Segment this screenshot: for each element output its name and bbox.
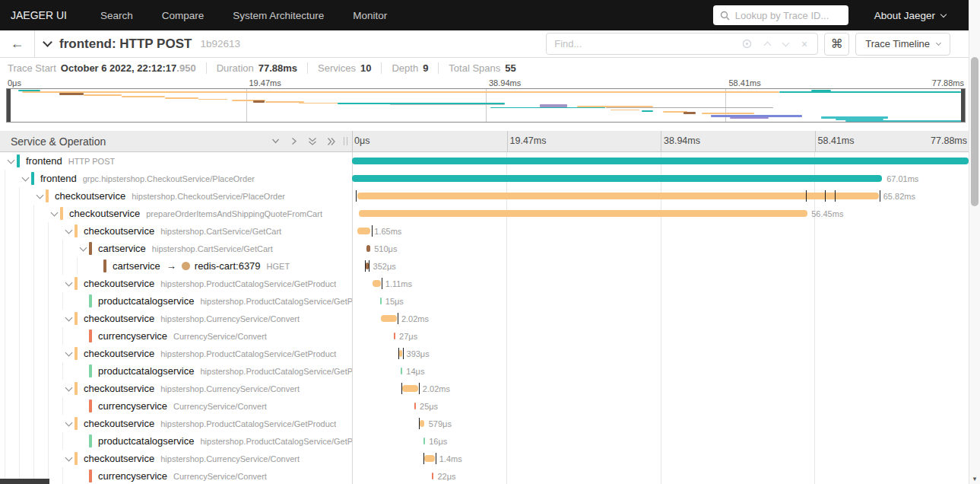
chevron-slot[interactable] [48, 212, 60, 215]
span-name-cell[interactable]: checkoutservicehipstershop.CurrencyServi… [0, 380, 352, 397]
chevron-slot[interactable] [62, 457, 75, 460]
span-bar-cell[interactable]: 65.82ms [352, 187, 969, 205]
span-duration-bar[interactable] [359, 210, 807, 217]
span-duration-bar[interactable] [423, 438, 425, 444]
span-row[interactable]: productcatalogservicehipstershop.Product… [0, 432, 969, 450]
span-duration-bar[interactable] [352, 175, 882, 182]
span-row[interactable]: checkoutservicehipstershop.CartService/G… [0, 222, 969, 240]
span-name-cell[interactable]: checkoutservicehipstershop.ProductCatalo… [0, 415, 352, 432]
timeline-minimap[interactable] [6, 88, 966, 123]
span-name-cell[interactable]: productcatalogservicehipstershop.Product… [0, 432, 352, 450]
vertical-scrollbar-thumb[interactable] [971, 57, 978, 206]
span-row[interactable]: frontendHTTP POST [0, 152, 969, 170]
span-duration-bar[interactable] [432, 473, 433, 479]
span-bar-cell[interactable]: 14μs [352, 362, 969, 380]
span-row[interactable]: currencyserviceCurrencyService/Convert27… [0, 327, 969, 345]
span-row[interactable]: productcatalogservicehipstershop.Product… [0, 362, 969, 380]
span-name-cell[interactable]: currencyserviceCurrencyService/Convert [0, 397, 352, 415]
span-bar-cell[interactable]: 2.02ms [352, 380, 969, 397]
chevron-slot[interactable] [62, 230, 75, 233]
chevron-slot[interactable] [62, 352, 75, 355]
scroll-down-arrow-icon[interactable]: ▾ [969, 475, 980, 482]
span-name-cell[interactable]: productcatalogservicehipstershop.Product… [0, 292, 352, 310]
span-bar-cell[interactable] [352, 152, 969, 170]
span-name-cell[interactable]: checkoutservicehipstershop.CurrencyServi… [0, 310, 352, 327]
span-row[interactable]: checkoutservicehipstershop.CurrencyServi… [0, 450, 969, 467]
span-duration-bar[interactable] [399, 350, 402, 357]
nav-link-search[interactable]: Search [100, 10, 133, 21]
span-name-cell[interactable]: currencyserviceCurrencyService/Convert [0, 467, 352, 484]
minimap-left-drag-handle[interactable] [7, 89, 11, 122]
span-duration-bar[interactable] [366, 245, 370, 252]
span-row[interactable]: checkoutservicehipstershop.ProductCatalo… [0, 275, 969, 292]
span-name-cell[interactable]: cartservice→redis-cart:6379HGET [0, 257, 352, 275]
next-match-icon[interactable] [783, 43, 788, 46]
chevron-slot[interactable] [62, 387, 75, 390]
span-row[interactable]: checkoutservicehipstershop.CheckoutServi… [0, 187, 969, 205]
span-bar-cell[interactable]: 2.02ms [352, 310, 969, 327]
expand-all-icon[interactable] [327, 137, 336, 146]
span-bar-cell[interactable]: 67.01ms [352, 170, 969, 187]
span-bar-cell[interactable]: 1.65ms [352, 222, 969, 240]
chevron-slot[interactable] [19, 177, 31, 180]
keyboard-shortcuts-button[interactable]: ⌘ [824, 33, 849, 56]
minimap-right-drag-handle[interactable] [961, 89, 965, 122]
span-row[interactable]: cartservice→redis-cart:6379HGET352μs [0, 257, 969, 275]
span-row[interactable]: checkoutserviceprepareOrderItemsAndShipp… [0, 205, 969, 222]
span-bar-cell[interactable]: 510μs [352, 240, 969, 257]
span-row[interactable]: frontendgrpc.hipstershop.CheckoutService… [0, 170, 969, 187]
clear-find-icon[interactable]: × [801, 38, 807, 50]
span-duration-bar[interactable] [357, 228, 370, 234]
span-row[interactable]: checkoutservicehipstershop.CurrencyServi… [0, 310, 969, 327]
prev-match-icon[interactable] [765, 40, 770, 48]
horizontal-scrollbar-thumb[interactable] [0, 479, 49, 484]
span-name-cell[interactable]: checkoutservicehipstershop.ProductCatalo… [0, 275, 352, 292]
span-duration-bar[interactable] [394, 333, 395, 339]
span-duration-bar[interactable] [357, 193, 879, 199]
span-name-cell[interactable]: checkoutservicehipstershop.CheckoutServi… [0, 187, 352, 205]
span-bar-cell[interactable]: 25μs [352, 397, 969, 415]
span-bar-cell[interactable]: 27μs [352, 327, 969, 345]
span-name-cell[interactable]: frontendgrpc.hipstershop.CheckoutService… [0, 170, 352, 187]
span-duration-bar[interactable] [380, 298, 382, 304]
span-name-cell[interactable]: productcatalogservicehipstershop.Product… [0, 362, 352, 380]
chevron-slot[interactable] [62, 317, 75, 320]
span-duration-bar[interactable] [373, 280, 381, 287]
find-input[interactable] [547, 33, 732, 54]
span-name-cell[interactable]: checkoutservicehipstershop.ProductCatalo… [0, 345, 352, 362]
chevron-slot[interactable] [62, 422, 75, 425]
span-duration-bar[interactable] [414, 403, 416, 409]
span-bar-cell[interactable]: 1.4ms [352, 450, 969, 467]
span-bar-cell[interactable]: 1.11ms [352, 275, 969, 292]
collapse-all-icon[interactable] [308, 137, 317, 146]
span-name-cell[interactable]: currencyserviceCurrencyService/Convert [0, 327, 352, 345]
span-bar-cell[interactable]: 352μs [352, 257, 969, 275]
span-name-cell[interactable]: frontendHTTP POST [0, 152, 352, 170]
span-row[interactable]: checkoutservicehipstershop.CurrencyServi… [0, 380, 969, 397]
span-name-cell[interactable]: checkoutserviceprepareOrderItemsAndShipp… [0, 205, 352, 222]
chevron-slot[interactable] [62, 282, 75, 285]
span-row[interactable]: currencyserviceCurrencyService/Convert22… [0, 467, 969, 484]
nav-link-system-architecture[interactable]: System Architecture [233, 10, 324, 21]
trace-lookup-input[interactable]: Lookup by Trace ID... [713, 5, 848, 25]
nav-link-monitor[interactable]: Monitor [353, 10, 387, 21]
chevron-slot[interactable] [5, 160, 17, 163]
about-jaeger-menu[interactable]: About Jaeger [874, 10, 946, 21]
span-bar-cell[interactable]: 579μs [352, 415, 969, 432]
span-duration-bar[interactable] [402, 385, 418, 392]
span-row[interactable]: productcatalogservicehipstershop.Product… [0, 292, 969, 310]
span-name-cell[interactable]: cartservicehipstershop.CartService/GetCa… [0, 240, 352, 257]
span-bar-cell[interactable]: 56.45ms [352, 205, 969, 222]
span-row[interactable]: checkoutservicehipstershop.ProductCatalo… [0, 415, 969, 432]
trace-view-selector[interactable]: Trace Timeline [855, 33, 950, 56]
span-bar-cell[interactable]: 22μs [352, 467, 969, 484]
span-bar-cell[interactable]: 15μs [352, 292, 969, 310]
vertical-scrollbar[interactable]: ▾ [969, 0, 980, 484]
focus-match-icon[interactable] [742, 39, 752, 49]
chevron-slot[interactable] [77, 247, 89, 250]
span-duration-bar[interactable] [420, 420, 424, 427]
span-row[interactable]: checkoutservicehipstershop.ProductCatalo… [0, 345, 969, 362]
span-row[interactable]: currencyserviceCurrencyService/Convert25… [0, 397, 969, 415]
span-name-cell[interactable]: checkoutservicehipstershop.CurrencyServi… [0, 450, 352, 467]
span-duration-bar[interactable] [381, 315, 397, 322]
